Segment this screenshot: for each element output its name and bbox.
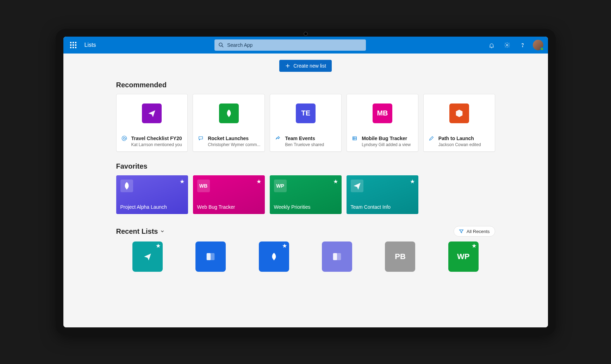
bell-icon <box>488 42 495 48</box>
header-bar: Lists <box>63 37 548 54</box>
star-icon[interactable]: ★ <box>333 178 338 185</box>
search-container <box>99 39 481 51</box>
recent-tile[interactable]: ★WP <box>448 241 479 272</box>
app-launcher-button[interactable] <box>66 38 80 52</box>
question-icon <box>519 42 526 48</box>
recent-tile[interactable]: ★ <box>259 241 289 272</box>
recent-filter-label: All Recents <box>467 229 490 234</box>
card-title: Team Events <box>285 136 324 142</box>
favorite-tile-icon: WB <box>197 180 210 192</box>
star-icon[interactable]: ★ <box>410 178 415 185</box>
svg-point-3 <box>522 46 523 47</box>
star-icon[interactable]: ★ <box>256 178 261 185</box>
favorite-label: Team Contact Info <box>351 204 414 210</box>
favorite-card[interactable]: ★WPWeekly Priorities <box>270 175 342 214</box>
mention-icon <box>121 136 128 147</box>
device-frame: Lists <box>56 29 556 335</box>
recent-heading-label: Recent Lists <box>116 227 158 236</box>
share-icon <box>274 136 281 147</box>
recommended-card[interactable]: MBMobile Bug TrackerLyndsey Gill added a… <box>347 94 418 152</box>
tile-initials: PB <box>395 252 406 261</box>
pencil-icon <box>428 136 435 147</box>
card-title: Travel Checklist FY20 <box>131 136 182 142</box>
card-footer: Team EventsBen Truelove shared <box>270 132 341 151</box>
svg-line-1 <box>222 46 223 47</box>
tile-initials: WB <box>199 183 207 189</box>
search-icon <box>218 42 224 48</box>
svg-point-7 <box>228 111 230 113</box>
page-body: Create new list Recommended Travel Check… <box>63 54 548 327</box>
recommended-card[interactable]: TETeam EventsBen Truelove shared <box>270 94 342 152</box>
star-icon[interactable]: ★ <box>282 243 287 249</box>
tile-initials: WP <box>457 252 469 261</box>
card-subtitle: Kat Larrson mentioned you <box>131 142 182 147</box>
favorite-tile-icon: WP <box>274 180 287 192</box>
favorite-label: Project Alpha Launch <box>120 204 184 210</box>
search-box[interactable] <box>214 39 366 51</box>
app-screen: Lists <box>63 37 548 327</box>
search-input[interactable] <box>227 42 362 48</box>
notifications-button[interactable] <box>485 38 499 52</box>
recent-heading[interactable]: Recent Lists <box>116 227 165 236</box>
recommended-card[interactable]: Rocket LaunchesChristopher Wymer comm... <box>193 94 265 152</box>
list-tile-icon <box>449 103 469 123</box>
star-icon[interactable]: ★ <box>472 243 476 249</box>
favorite-label: Web Bug Tracker <box>197 204 261 210</box>
svg-point-16 <box>273 255 275 256</box>
svg-rect-8 <box>353 137 357 140</box>
recent-tile[interactable]: PB <box>385 241 415 272</box>
recommended-card[interactable]: Path to LaunchJackson Cowan edited <box>423 94 495 152</box>
svg-point-12 <box>126 184 127 186</box>
app-title: Lists <box>85 42 96 48</box>
account-button[interactable] <box>531 38 545 52</box>
tile-initials: MB <box>377 109 388 117</box>
recommended-card[interactable]: Travel Checklist FY20Kat Larrson mention… <box>116 94 188 152</box>
list-tile-icon: MB <box>373 103 392 123</box>
list-tile-icon: TE <box>296 103 316 123</box>
card-subtitle: Christopher Wymer comm... <box>208 142 260 147</box>
card-footer: Mobile Bug TrackerLyndsey Gill added a v… <box>347 132 418 151</box>
card-tile-area: MB <box>347 94 418 132</box>
card-tile-area: TE <box>270 94 341 132</box>
svg-point-0 <box>219 43 222 46</box>
favorite-tile-icon <box>351 180 363 192</box>
filter-icon <box>459 229 464 234</box>
recent-tile[interactable] <box>322 241 352 272</box>
favorite-card[interactable]: ★WBWeb Bug Tracker <box>193 175 265 214</box>
create-button-label: Create new list <box>293 63 326 69</box>
content-wrap: Create new list Recommended Travel Check… <box>112 54 499 282</box>
card-tile-area <box>117 94 188 132</box>
recent-filter-button[interactable]: All Recents <box>454 226 495 237</box>
card-subtitle: Lyndsey Gill added a view <box>362 142 411 147</box>
svg-marker-13 <box>460 230 463 233</box>
help-button[interactable] <box>516 38 530 52</box>
comment-icon <box>197 136 204 147</box>
card-footer: Path to LaunchJackson Cowan edited <box>424 132 495 151</box>
card-subtitle: Jackson Cowan edited <box>438 142 481 147</box>
user-avatar <box>533 40 543 50</box>
svg-rect-15 <box>207 253 211 260</box>
list-tile-icon <box>219 103 239 123</box>
recent-tile[interactable] <box>195 241 226 272</box>
card-title: Mobile Bug Tracker <box>362 136 411 142</box>
recommended-heading: Recommended <box>116 81 495 89</box>
card-title: Path to Launch <box>438 136 481 142</box>
star-icon[interactable]: ★ <box>180 178 185 185</box>
card-tile-area <box>193 94 264 132</box>
create-new-list-button[interactable]: Create new list <box>279 60 332 72</box>
recent-tile[interactable]: ★ <box>132 241 163 272</box>
favorite-card[interactable]: ★Project Alpha Launch <box>116 175 188 214</box>
favorites-row: ★Project Alpha Launch★WBWeb Bug Tracker★… <box>116 175 495 214</box>
star-icon[interactable]: ★ <box>156 243 161 249</box>
gear-icon <box>504 42 510 48</box>
list-tile-icon <box>142 103 162 123</box>
camera-dot <box>304 32 308 36</box>
svg-point-6 <box>123 138 125 139</box>
svg-point-2 <box>506 44 508 46</box>
tile-initials: TE <box>301 109 311 117</box>
favorite-card[interactable]: ★Team Contact Info <box>347 175 418 214</box>
card-subtitle: Ben Truelove shared <box>285 142 324 147</box>
settings-button[interactable] <box>500 38 514 52</box>
favorite-label: Weekly Priorities <box>274 204 337 210</box>
recent-row: ★★PB★WP <box>116 241 495 272</box>
